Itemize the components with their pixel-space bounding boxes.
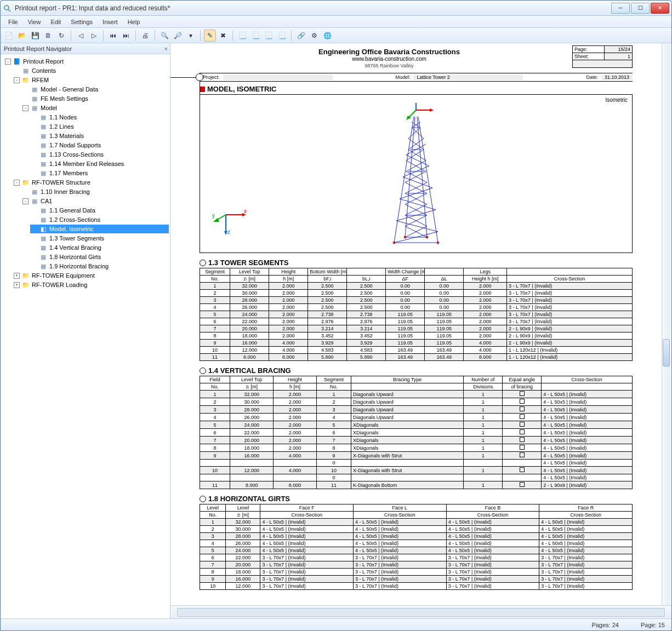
minimize-button[interactable]: ─ xyxy=(611,3,630,14)
doc3-icon[interactable]: 📃 xyxy=(263,30,275,42)
menu-help[interactable]: Help xyxy=(123,18,145,26)
doc4-icon[interactable]: 📃 xyxy=(276,30,288,42)
table-cell xyxy=(503,429,542,437)
remove-icon[interactable]: ✖ xyxy=(217,30,229,42)
tree-item[interactable]: ▦Model - General Data xyxy=(21,85,169,94)
section-anchor-icon xyxy=(200,368,206,374)
table-cell xyxy=(274,474,317,481)
zoom-fit-icon[interactable]: ▾ xyxy=(185,30,197,42)
tree-toggle-icon[interactable]: - xyxy=(14,180,20,186)
print-icon[interactable]: 🖨 xyxy=(139,30,151,42)
tree-item[interactable]: ▦Contents xyxy=(13,66,169,75)
table-cell: 4 - L 50x5 | (Invalid) xyxy=(542,421,633,429)
page-value: 15/24 xyxy=(604,46,632,53)
table-header xyxy=(347,268,386,276)
tree-item[interactable]: -▦Model xyxy=(21,104,169,112)
table-cell xyxy=(503,474,542,481)
table-header: Height xyxy=(269,268,308,276)
table-tower-segments: SegmentLevel TopHeightBottom Width [m]Wi… xyxy=(200,268,633,361)
table-cell: 7 xyxy=(200,325,230,332)
page-last-icon[interactable]: ⏭ xyxy=(120,30,132,42)
table-cell: 3.929 xyxy=(308,340,347,347)
tree-item[interactable]: ▦1.7 Nodal Supports xyxy=(30,141,169,150)
menu-edit[interactable]: Edit xyxy=(46,18,65,26)
tree-item[interactable]: ▦1.8 Horizontal Girts xyxy=(30,253,169,261)
tree-item[interactable]: ▦1.3 Materials xyxy=(30,131,169,140)
scrollbar-thumb[interactable] xyxy=(663,339,670,366)
table-header: h [m] xyxy=(269,276,308,283)
select-icon[interactable]: ✎ xyxy=(204,30,216,42)
table-header: Legs xyxy=(464,268,507,276)
window-title: Printout report - PR1: Input data and re… xyxy=(15,4,610,12)
tree-toggle-icon[interactable]: - xyxy=(14,77,20,83)
table-cell: 22.000 xyxy=(230,429,274,437)
menu-insert[interactable]: Insert xyxy=(98,18,122,26)
tree-item[interactable]: ▦1.14 Member End Releases xyxy=(30,159,169,168)
table-row: 426.0002.0002.5002.5000.000.002.0003 - L… xyxy=(200,304,633,311)
svg-point-15 xyxy=(393,242,395,244)
page-first-icon[interactable]: ⏮ xyxy=(107,30,119,42)
new-icon[interactable]: 📄 xyxy=(3,30,15,42)
tree-toggle-icon[interactable]: - xyxy=(5,59,11,65)
tree-item[interactable]: +📁RF-TOWER Equipment xyxy=(13,271,169,280)
close-button[interactable]: ✕ xyxy=(651,3,669,14)
svg-text:y: y xyxy=(212,213,215,219)
vertical-scrollbar[interactable] xyxy=(662,43,670,605)
tree-toggle-icon[interactable]: - xyxy=(22,198,29,204)
table-cell: 4 - L 50x5 | (Invalid) xyxy=(354,519,447,526)
document-scroll[interactable]: Engineering Office Bavaria Constructions… xyxy=(170,43,671,605)
tree-toggle-icon[interactable]: + xyxy=(14,273,20,279)
tree-item[interactable]: +📁RF-TOWER Loading xyxy=(13,280,169,289)
tree-item[interactable]: ▦1.1 Nodes xyxy=(30,113,169,122)
nav-first-icon[interactable]: ◁ xyxy=(75,30,87,42)
tree-item[interactable]: ▦1.17 Members xyxy=(30,169,169,177)
tree-item[interactable]: ▦1.1 General Data xyxy=(30,206,169,215)
settings-icon[interactable]: ⚙ xyxy=(308,30,320,42)
maximize-button[interactable]: ☐ xyxy=(631,3,650,14)
tree-item[interactable]: ▦1.10 Inner Bracing xyxy=(21,187,169,196)
tree-item-label: 1.13 Cross-Sections xyxy=(49,151,104,158)
doc2-icon[interactable]: 📃 xyxy=(249,30,261,42)
tree-item[interactable]: -📘Printout Report xyxy=(4,57,169,66)
refresh-icon[interactable]: ↻ xyxy=(55,30,67,42)
menu-file[interactable]: File xyxy=(4,18,22,26)
lang-icon[interactable]: 🌐 xyxy=(321,30,333,42)
nav-next-icon[interactable]: ▷ xyxy=(88,30,100,42)
link-icon[interactable]: 🔗 xyxy=(295,30,307,42)
tree-item[interactable]: ◧Model, Isometric xyxy=(30,225,169,233)
tree-item[interactable]: ▦1.2 Lines xyxy=(30,122,169,131)
tree-item[interactable]: ▦1.13 Cross-Sections xyxy=(30,150,169,159)
tree-item[interactable]: ▦1.4 Vertical Bracing xyxy=(30,243,169,252)
menu-view[interactable]: View xyxy=(24,18,45,26)
open-icon[interactable]: 📂 xyxy=(16,30,28,42)
svg-line-5 xyxy=(418,117,438,243)
tree-item[interactable]: ▦1.3 Tower Segments xyxy=(30,234,169,243)
table-cell: 0.00 xyxy=(425,304,464,311)
tree-item[interactable]: -📁RF-TOWER Structure xyxy=(13,178,169,187)
table-row: 916.0004.0003.9293.929119.05119.054.0002… xyxy=(200,340,633,347)
table-cell: 4 - L 50x5 | (Invalid) xyxy=(260,526,354,533)
table-cell xyxy=(503,444,542,452)
tree-item[interactable]: ▦1.9 Horizontal Bracing xyxy=(30,262,169,271)
save-icon[interactable]: 💾 xyxy=(29,30,41,42)
table-cell: 3.452 xyxy=(347,332,386,340)
navigator-close-icon[interactable]: × xyxy=(164,45,168,52)
table-header: Face F xyxy=(260,504,354,512)
tree-toggle-icon[interactable]: - xyxy=(22,105,29,111)
table-cell: 0.00 xyxy=(386,304,425,311)
zoom-out-icon[interactable]: 🔎 xyxy=(172,30,184,42)
tree-item[interactable]: -▦CA1 xyxy=(21,197,169,205)
navigator-tree[interactable]: -📘Printout Report▦Contents-📁RFEM▦Model -… xyxy=(1,54,170,618)
tree-item[interactable]: -📁RFEM xyxy=(13,76,169,84)
tree-item[interactable]: ▦FE Mesh Settings xyxy=(21,94,169,103)
tree-item[interactable]: ▦1.2 Cross-Sections xyxy=(30,215,169,224)
table-row: 1012.0004.0004.5834.583163.49163.494.000… xyxy=(200,347,633,354)
table-cell: 0.00 xyxy=(386,297,425,304)
zoom-in-icon[interactable]: 🔍 xyxy=(158,30,170,42)
save-all-icon[interactable]: 🗎 xyxy=(42,30,54,42)
tree-toggle-icon[interactable]: + xyxy=(14,282,20,288)
doc1-icon[interactable]: 📃 xyxy=(236,30,248,42)
menu-settings[interactable]: Settings xyxy=(66,18,97,26)
table-cell: 3 - L 70x7 | (Invalid) xyxy=(446,554,539,561)
horizontal-scrollbar[interactable] xyxy=(177,608,665,617)
